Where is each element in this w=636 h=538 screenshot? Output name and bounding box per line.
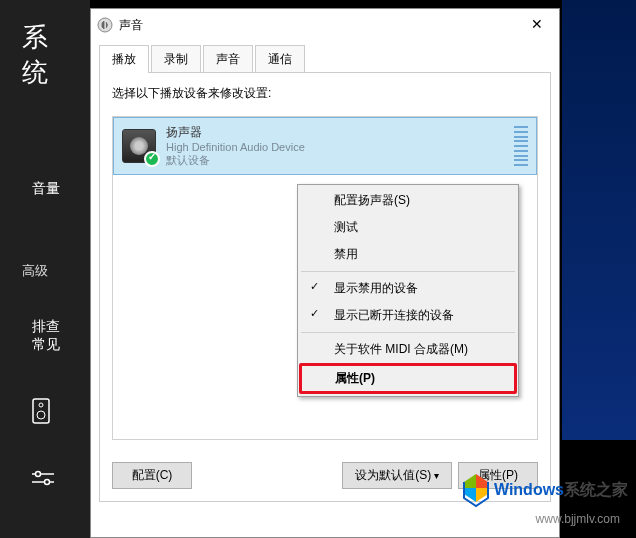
menu-test[interactable]: 测试: [300, 214, 516, 241]
sidebar-item-mixer[interactable]: [0, 456, 90, 506]
default-check-icon: [144, 151, 160, 167]
device-name: 扬声器: [166, 124, 514, 141]
svg-point-5: [36, 472, 41, 477]
sidebar-item-more-sound[interactable]: 更多声: [0, 530, 90, 538]
menu-about-midi[interactable]: 关于软件 MIDI 合成器(M): [300, 336, 516, 363]
sidebar-section-advanced: 高级: [0, 250, 90, 292]
tab-sounds[interactable]: 声音: [203, 45, 253, 73]
watermark-text-2: 系统之家: [564, 481, 628, 498]
watermark-text-1: Windows: [494, 481, 564, 498]
sound-icon: [97, 17, 113, 33]
device-info: 扬声器 High Definition Audio Device 默认设备: [166, 124, 514, 168]
menu-configure-speakers[interactable]: 配置扬声器(S): [300, 187, 516, 214]
level-meter: [514, 126, 528, 166]
sidebar-item-volume[interactable]: 音量: [0, 168, 90, 210]
menu-show-disabled[interactable]: 显示禁用的设备: [300, 275, 516, 302]
windows-logo-icon: [458, 472, 494, 508]
close-button[interactable]: ✕: [515, 9, 559, 39]
svg-point-1: [39, 403, 43, 407]
speaker-icon: [32, 398, 50, 428]
menu-show-disconnected[interactable]: 显示已断开连接的设备: [300, 302, 516, 329]
sidebar-item-troubleshoot[interactable]: 排查常见: [0, 306, 90, 366]
right-accent-bg: [562, 0, 636, 440]
tab-communications[interactable]: 通信: [255, 45, 305, 73]
menu-disable[interactable]: 禁用: [300, 241, 516, 268]
menu-properties[interactable]: 属性(P): [299, 363, 517, 394]
device-desc: High Definition Audio Device: [166, 141, 514, 153]
settings-sidebar: 系统 音量 高级 排查常见 更多声: [0, 0, 90, 538]
tab-bar: 播放 录制 声音 通信: [91, 41, 559, 73]
device-item-speakers[interactable]: 扬声器 High Definition Audio Device 默认设备: [113, 117, 537, 175]
set-default-button[interactable]: 设为默认值(S): [342, 462, 452, 489]
close-icon: ✕: [531, 16, 543, 32]
device-status: 默认设备: [166, 153, 514, 168]
svg-point-7: [98, 18, 112, 32]
svg-point-2: [37, 411, 45, 419]
configure-button[interactable]: 配置(C): [112, 462, 192, 489]
instruction-text: 选择以下播放设备来修改设置:: [112, 85, 538, 102]
menu-separator: [301, 332, 515, 333]
menu-separator: [301, 271, 515, 272]
watermark-url: www.bjjmlv.com: [536, 512, 620, 526]
speaker-device-icon: [122, 129, 156, 163]
sidebar-item-devices[interactable]: [0, 384, 90, 442]
tab-recording[interactable]: 录制: [151, 45, 201, 73]
tab-playback[interactable]: 播放: [99, 45, 149, 73]
watermark: Windows系统之家: [458, 472, 628, 508]
svg-point-6: [45, 480, 50, 485]
sidebar-title: 系统: [0, 0, 90, 120]
titlebar: 声音 ✕: [91, 9, 559, 41]
context-menu: 配置扬声器(S) 测试 禁用 显示禁用的设备 显示已断开连接的设备 关于软件 M…: [297, 184, 519, 397]
dialog-title: 声音: [119, 17, 143, 34]
sliders-icon: [32, 470, 54, 492]
